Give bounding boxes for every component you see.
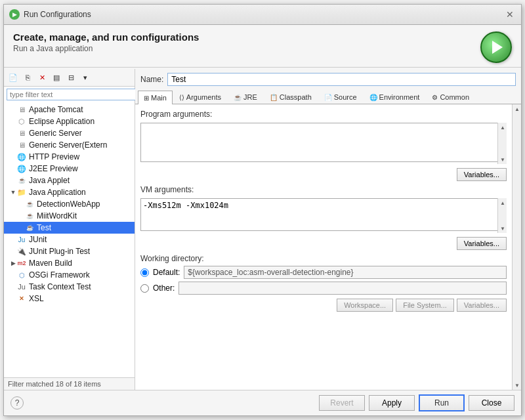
tree-item-generic-server[interactable]: 🖥 Generic Server [4, 127, 135, 139]
copy-config-button[interactable]: ⎘ [21, 71, 34, 84]
dialog-icon: ▶ [9, 9, 20, 20]
tab-environment[interactable]: 🌐 Environment [364, 90, 426, 104]
tree-item-junit-plugin[interactable]: 🔌 JUnit Plug-in Test [4, 245, 135, 257]
filesystem-button[interactable]: File System... [396, 299, 454, 312]
new-config-button[interactable]: 📄 [7, 71, 20, 84]
label-xsl: XSL [29, 294, 44, 303]
delete-config-button[interactable]: ✕ [35, 71, 49, 84]
workspace-button[interactable]: Workspace... [337, 299, 393, 312]
close-dialog-button[interactable]: Close [469, 395, 514, 411]
tree-item-maven-build[interactable]: ▶ m2 Maven Build [4, 257, 135, 269]
working-dir-label: Working directory: [140, 254, 507, 263]
icon-http-preview: 🌐 [17, 152, 26, 161]
icon-eclipse-app: ⬡ [17, 117, 26, 126]
tree-item-xsl[interactable]: ✕ XSL [4, 293, 135, 304]
label-generic-server-extern: Generic Server(Extern [29, 140, 107, 150]
collapse-all-button[interactable]: ⊟ [64, 71, 77, 84]
scroll-up-arrow[interactable]: ▲ [498, 123, 507, 132]
tree-item-java-application[interactable]: ▼ 📁 Java Application [4, 186, 135, 198]
header-title: Create, manage, and run configurations [13, 32, 199, 43]
revert-button[interactable]: Revert [319, 395, 365, 411]
tree-item-junit[interactable]: Ju JUnit [4, 234, 135, 245]
arguments-tab-icon: ⟨⟩ [179, 94, 184, 101]
expander-test [17, 224, 25, 232]
left-toolbar: 📄 ⎘ ✕ ▤ ⊟ ▾ [4, 69, 135, 87]
expander-apache-tomcat [9, 106, 17, 114]
main-tab-icon: ⊞ [144, 94, 149, 102]
tree-item-detection-webapp[interactable]: ☕ DetectionWebApp [4, 198, 135, 210]
variables-button[interactable]: Variables... [457, 299, 507, 312]
run-button[interactable] [480, 32, 512, 63]
tree-item-generic-server-extern[interactable]: 🖥 Generic Server(Extern [4, 139, 135, 151]
expander-task-context-test [9, 283, 17, 291]
tab-classpath-label: Classpath [280, 93, 312, 101]
expander-xsl [9, 295, 17, 303]
tree-item-j2ee-preview[interactable]: 🌐 J2EE Preview [4, 163, 135, 175]
tabs-row: ⊞ Main ⟨⟩ Arguments ☕ JRE 📋 Classpath 📄 [135, 90, 521, 104]
right-scroll-down[interactable]: ▼ [513, 381, 521, 390]
bottom-left: ? [10, 396, 24, 410]
expander-java-applet [9, 177, 17, 184]
run-configurations-dialog: ▶ Run Configurations ✕ Create, manage, a… [3, 4, 522, 416]
label-miitwordkit: MiitWordKit [37, 211, 77, 220]
vm-scroll-down-arrow[interactable]: ▼ [498, 224, 507, 233]
program-args-variables-button[interactable]: Variables... [457, 168, 507, 181]
tab-main[interactable]: ⊞ Main [138, 91, 173, 104]
vm-args-scrollbar: ▲ ▼ [497, 198, 507, 233]
tab-jre[interactable]: ☕ JRE [228, 90, 263, 104]
label-test: Test [37, 223, 51, 232]
vm-scroll-up-arrow[interactable]: ▲ [498, 198, 507, 207]
filter-button[interactable]: ▤ [50, 71, 63, 84]
other-dir-input[interactable] [178, 282, 507, 295]
help-button[interactable]: ? [10, 396, 24, 410]
name-input[interactable] [167, 73, 516, 86]
label-j2ee-preview: J2EE Preview [29, 164, 78, 173]
name-label: Name: [140, 75, 163, 84]
vm-args-group: -Xms512m -Xmx1024m ▲ ▼ [140, 198, 507, 233]
label-java-applet: Java Applet [29, 176, 70, 185]
right-scroll-up[interactable]: ▲ [513, 104, 521, 114]
vm-args-textarea[interactable]: -Xms512m -Xmx1024m [140, 198, 507, 231]
vm-args-variables-button[interactable]: Variables... [457, 237, 507, 250]
tree-item-apache-tomcat[interactable]: 🖥 Apache Tomcat [4, 104, 135, 116]
default-radio[interactable] [140, 268, 149, 277]
icon-xsl: ✕ [17, 294, 26, 303]
icon-apache-tomcat: 🖥 [17, 105, 26, 114]
filter-input[interactable] [7, 89, 137, 100]
tree-item-java-applet[interactable]: ☕ Java Applet [4, 175, 135, 186]
tree-item-eclipse-app[interactable]: ⬡ Eclipse Application [4, 116, 135, 127]
program-args-scrollbar: ▲ ▼ [497, 123, 507, 164]
tree-item-task-context-test[interactable]: Ju Task Context Test [4, 281, 135, 293]
tree-item-http-preview[interactable]: 🌐 HTTP Preview [4, 151, 135, 163]
tab-common[interactable]: ⚙ Common [426, 90, 475, 104]
label-java-application: Java Application [29, 188, 86, 197]
close-window-button[interactable]: ✕ [504, 9, 516, 20]
expander-junit-plugin [9, 247, 17, 255]
program-args-textarea[interactable] [140, 123, 507, 162]
other-radio[interactable] [140, 284, 149, 293]
tree-item-miitwordkit[interactable]: ☕ MiitWordKit [4, 210, 135, 222]
scroll-down-arrow[interactable]: ▼ [498, 155, 507, 164]
label-junit: JUnit [29, 235, 47, 244]
label-http-preview: HTTP Preview [29, 152, 79, 161]
jre-tab-icon: ☕ [234, 94, 242, 101]
program-args-group: ▲ ▼ [140, 123, 507, 164]
vm-args-label: VM arguments: [140, 185, 507, 194]
config-tree: 🖥 Apache Tomcat ⬡ Eclipse Application 🖥 … [4, 102, 135, 377]
other-radio-row: Other: [140, 282, 507, 295]
main-content: 📄 ⎘ ✕ ▤ ⊟ ▾ 🖥 Apache Tomcat [4, 69, 521, 390]
tab-classpath[interactable]: 📋 Classpath [264, 90, 318, 104]
expander-generic-server [9, 129, 17, 137]
tree-item-osgi-framework[interactable]: ⬡ OSGi Framework [4, 269, 135, 281]
label-generic-server: Generic Server [29, 129, 82, 138]
filter-status: Filter matched 18 of 18 items [4, 377, 135, 390]
more-button[interactable]: ▾ [79, 71, 92, 84]
tab-content: Program arguments: ▲ ▼ Variables... VM a… [135, 104, 512, 390]
header-area: Create, manage, and run configurations R… [4, 25, 521, 66]
tab-arguments[interactable]: ⟨⟩ Arguments [173, 90, 227, 104]
tab-source[interactable]: 📄 Source [318, 90, 363, 104]
tree-item-test[interactable]: ☕ Test [4, 222, 135, 234]
run-action-button[interactable]: Run [419, 394, 465, 411]
apply-button[interactable]: Apply [369, 395, 415, 411]
other-radio-label: Other: [153, 284, 175, 293]
